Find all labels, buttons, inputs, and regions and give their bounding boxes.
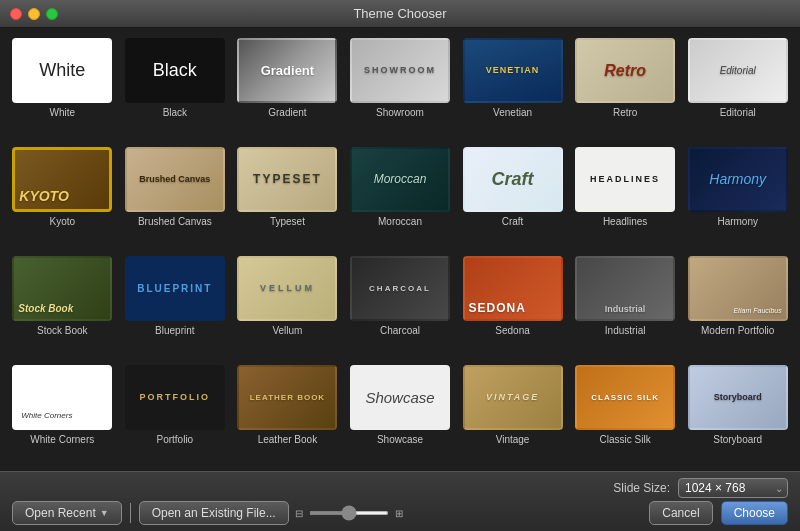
- theme-label-blueprint: Blueprint: [155, 325, 194, 336]
- theme-item-storyboard[interactable]: StoryboardStoryboard: [685, 365, 790, 466]
- theme-item-white[interactable]: WhiteWhite: [10, 38, 115, 139]
- theme-thumb-text-portfolio: PORTFOLIO: [140, 392, 211, 403]
- theme-thumb-text-blueprint: BLUEPRINT: [137, 283, 212, 295]
- theme-label-industrial: Industrial: [605, 325, 646, 336]
- left-actions: Open Recent ▼ Open an Existing File... ⊟…: [12, 501, 403, 525]
- theme-thumb-text-harmony: Harmony: [709, 171, 766, 188]
- theme-thumb-harmony: Harmony: [688, 147, 788, 212]
- theme-item-charcoal[interactable]: CHARCOALCharcoal: [348, 256, 453, 357]
- theme-item-kyoto[interactable]: KYOTOKyoto: [10, 147, 115, 248]
- divider: [130, 503, 131, 523]
- cancel-button[interactable]: Cancel: [649, 501, 712, 525]
- theme-label-black: Black: [163, 107, 187, 118]
- theme-item-editorial[interactable]: EditorialEditorial: [685, 38, 790, 139]
- theme-item-headlines[interactable]: HEADLINESHeadlines: [573, 147, 678, 248]
- dropdown-arrow-icon: ▼: [100, 508, 109, 518]
- theme-thumb-text-retro: Retro: [604, 61, 646, 80]
- theme-thumb-text-leather-book: LEATHER BOOK: [250, 393, 325, 403]
- theme-thumb-vellum: VELLUM: [237, 256, 337, 321]
- minimize-button[interactable]: [28, 8, 40, 20]
- theme-thumb-text-showroom: SHOWROOM: [364, 65, 436, 76]
- theme-thumb-white: White: [12, 38, 112, 103]
- theme-item-vellum[interactable]: VELLUMVellum: [235, 256, 340, 357]
- zoom-out-icon: ⊟: [295, 508, 303, 519]
- theme-item-blueprint[interactable]: BLUEPRINTBlueprint: [123, 256, 228, 357]
- theme-thumb-text-editorial: Editorial: [720, 65, 756, 77]
- theme-item-showroom[interactable]: SHOWROOMShowroom: [348, 38, 453, 139]
- theme-item-stock-book[interactable]: Stock BookStock Book: [10, 256, 115, 357]
- theme-thumb-charcoal: CHARCOAL: [350, 256, 450, 321]
- theme-label-sedona: Sedona: [495, 325, 529, 336]
- theme-item-retro[interactable]: RetroRetro: [573, 38, 678, 139]
- theme-thumb-leather-book: LEATHER BOOK: [237, 365, 337, 430]
- theme-thumb-text-storyboard: Storyboard: [714, 392, 762, 403]
- theme-item-brushed-canvas[interactable]: Brushed CanvasBrushed Canvas: [123, 147, 228, 248]
- theme-label-portfolio: Portfolio: [157, 434, 194, 445]
- theme-item-industrial[interactable]: IndustrialIndustrial: [573, 256, 678, 357]
- theme-item-showcase[interactable]: ShowcaseShowcase: [348, 365, 453, 466]
- theme-item-portfolio[interactable]: PORTFOLIOPortfolio: [123, 365, 228, 466]
- theme-label-storyboard: Storyboard: [713, 434, 762, 445]
- theme-label-kyoto: Kyoto: [49, 216, 75, 227]
- theme-thumb-portfolio: PORTFOLIO: [125, 365, 225, 430]
- theme-thumb-text-classic-silk: CLASSIC SILK: [591, 393, 659, 403]
- theme-thumb-text-sedona: SEDONA: [469, 301, 526, 315]
- zoom-in-icon: ⊞: [395, 508, 403, 519]
- theme-thumb-classic-silk: CLASSIC SILK: [575, 365, 675, 430]
- theme-thumb-venetian: VENETIAN: [463, 38, 563, 103]
- theme-thumb-text-venetian: VENETIAN: [486, 65, 540, 76]
- theme-label-showcase: Showcase: [377, 434, 423, 445]
- zoom-slider[interactable]: [309, 511, 389, 515]
- theme-thumb-retro: Retro: [575, 38, 675, 103]
- bottom-bar: Slide Size: 1024 × 7681280 × 7201920 × 1…: [0, 471, 800, 531]
- theme-item-gradient[interactable]: GradientGradient: [235, 38, 340, 139]
- theme-label-leather-book: Leather Book: [258, 434, 318, 445]
- theme-thumb-storyboard: Storyboard: [688, 365, 788, 430]
- theme-thumb-modern-portfolio: Etiam Faucibus: [688, 256, 788, 321]
- right-actions: Cancel Choose: [649, 501, 788, 525]
- theme-item-vintage[interactable]: VINTAGEVintage: [460, 365, 565, 466]
- theme-label-modern-portfolio: Modern Portfolio: [701, 325, 774, 336]
- theme-item-modern-portfolio[interactable]: Etiam FaucibusModern Portfolio: [685, 256, 790, 357]
- title-bar: Theme Chooser: [0, 0, 800, 28]
- slide-size-select-wrapper: 1024 × 7681280 × 7201920 × 1080Custom Sl…: [678, 478, 788, 498]
- theme-label-gradient: Gradient: [268, 107, 306, 118]
- theme-label-venetian: Venetian: [493, 107, 532, 118]
- theme-thumb-text-typeset: TYPESET: [253, 172, 322, 186]
- maximize-button[interactable]: [46, 8, 58, 20]
- open-existing-button[interactable]: Open an Existing File...: [139, 501, 289, 525]
- choose-label: Choose: [734, 506, 775, 520]
- theme-item-venetian[interactable]: VENETIANVenetian: [460, 38, 565, 139]
- theme-thumb-sedona: SEDONA: [463, 256, 563, 321]
- open-recent-button[interactable]: Open Recent ▼: [12, 501, 122, 525]
- theme-item-craft[interactable]: CraftCraft: [460, 147, 565, 248]
- theme-label-moroccan: Moroccan: [378, 216, 422, 227]
- theme-label-white-corners: White Corners: [30, 434, 94, 445]
- theme-thumb-black: Black: [125, 38, 225, 103]
- theme-thumb-editorial: Editorial: [688, 38, 788, 103]
- theme-thumb-stock-book: Stock Book: [12, 256, 112, 321]
- theme-thumb-text-white-corners: White Corners: [21, 411, 72, 421]
- theme-thumb-moroccan: Moroccan: [350, 147, 450, 212]
- theme-thumb-headlines: HEADLINES: [575, 147, 675, 212]
- theme-thumb-text-industrial: Industrial: [605, 304, 646, 315]
- theme-item-leather-book[interactable]: LEATHER BOOKLeather Book: [235, 365, 340, 466]
- theme-thumb-text-brushed-canvas: Brushed Canvas: [139, 174, 210, 185]
- theme-thumb-text-vintage: VINTAGE: [486, 392, 539, 403]
- theme-item-typeset[interactable]: TYPESETTypeset: [235, 147, 340, 248]
- theme-item-black[interactable]: BlackBlack: [123, 38, 228, 139]
- theme-label-typeset: Typeset: [270, 216, 305, 227]
- close-button[interactable]: [10, 8, 22, 20]
- theme-item-moroccan[interactable]: MoroccanMoroccan: [348, 147, 453, 248]
- choose-button[interactable]: Choose: [721, 501, 788, 525]
- theme-thumb-text-headlines: HEADLINES: [590, 174, 660, 185]
- theme-item-classic-silk[interactable]: CLASSIC SILKClassic Silk: [573, 365, 678, 466]
- theme-item-sedona[interactable]: SEDONASedona: [460, 256, 565, 357]
- theme-thumb-text-kyoto: KYOTO: [19, 188, 69, 205]
- actions-row: Open Recent ▼ Open an Existing File... ⊟…: [12, 501, 788, 525]
- theme-label-vellum: Vellum: [272, 325, 302, 336]
- theme-item-white-corners[interactable]: White CornersWhite Corners: [10, 365, 115, 466]
- theme-thumb-text-modern-portfolio: Etiam Faucibus: [733, 307, 781, 315]
- slide-size-select[interactable]: 1024 × 7681280 × 7201920 × 1080Custom Sl…: [678, 478, 788, 498]
- theme-item-harmony[interactable]: HarmonyHarmony: [685, 147, 790, 248]
